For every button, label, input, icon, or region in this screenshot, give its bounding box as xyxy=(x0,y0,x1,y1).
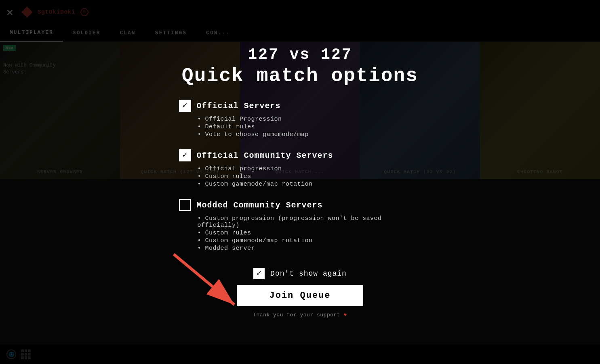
bullet-3-1: • Custom progression (progression won't … xyxy=(198,215,421,229)
option-title-1: Official Servers xyxy=(197,101,281,111)
modal-bottom: ✓ Don't show again Join Queue Thank you … xyxy=(163,268,438,318)
option-header-1: ✓ Official Servers xyxy=(179,100,421,112)
option-header-2: ✓ Official Community Servers xyxy=(179,149,421,161)
check-icon-dont-show: ✓ xyxy=(257,270,261,278)
options-panel: ✓ Official Servers • Official Progressio… xyxy=(163,100,438,252)
thank-you-text: Thank you for your support ♥ xyxy=(253,312,347,318)
check-icon-1: ✓ xyxy=(182,102,187,110)
bullet-1-3: • Vote to choose gamemode/map xyxy=(198,131,421,138)
option-bullets-2: • Official progression • Custom rules • … xyxy=(179,165,421,188)
bullet-2-2: • Custom rules xyxy=(198,173,421,180)
bullet-1-1: • Official Progression xyxy=(198,116,421,123)
bullet-3-3: • Custom gamemode/map rotation xyxy=(198,237,421,244)
option-bullets-1: • Official Progression • Default rules •… xyxy=(179,116,421,138)
modal-title: Quick match options xyxy=(182,65,418,87)
check-icon-2: ✓ xyxy=(182,151,187,159)
dont-show-row: ✓ Don't show again xyxy=(253,268,347,279)
checkbox-official-community[interactable]: ✓ xyxy=(179,149,191,161)
option-modded-community: ✓ Modded Community Servers • Custom prog… xyxy=(179,199,421,252)
option-title-3: Modded Community Servers xyxy=(197,201,323,210)
option-official-servers: ✓ Official Servers • Official Progressio… xyxy=(179,100,421,138)
quick-match-modal: 127 vs 127 Quick match options ✓ Officia… xyxy=(163,46,438,318)
bullet-1-2: • Default rules xyxy=(198,123,421,130)
modal-subtitle: 127 vs 127 xyxy=(248,46,352,63)
option-header-3: ✓ Modded Community Servers xyxy=(179,199,421,211)
join-queue-button[interactable]: Join Queue xyxy=(237,285,363,306)
heart-icon: ♥ xyxy=(343,312,347,318)
bullet-3-4: • Modded server xyxy=(198,245,421,252)
option-bullets-3: • Custom progression (progression won't … xyxy=(179,215,421,252)
option-title-2: Official Community Servers xyxy=(197,151,333,160)
bullet-3-2: • Custom rules xyxy=(198,230,421,236)
checkbox-official-servers[interactable]: ✓ xyxy=(179,100,191,112)
dont-show-label: Don't show again xyxy=(270,270,347,278)
bullet-2-1: • Official progression xyxy=(198,165,421,172)
checkbox-modded-community[interactable]: ✓ xyxy=(179,199,191,211)
option-official-community: ✓ Official Community Servers • Official … xyxy=(179,149,421,188)
bullet-2-3: • Custom gamemode/map rotation xyxy=(198,181,421,188)
checkbox-dont-show[interactable]: ✓ xyxy=(253,268,265,279)
